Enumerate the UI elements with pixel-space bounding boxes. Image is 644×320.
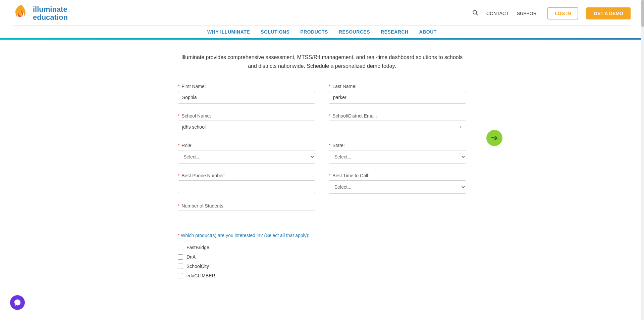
nav-about[interactable]: ABOUT: [419, 29, 437, 35]
phone-group: * Best Phone Number:: [178, 173, 315, 194]
get-demo-button[interactable]: GET A DEMO: [586, 7, 631, 19]
main-nav: WHY ILLUMINATE SOLUTIONS PRODUCTS RESOUR…: [13, 26, 631, 38]
search-icon[interactable]: [472, 10, 478, 17]
product-fastbridge[interactable]: FastBridge: [178, 245, 466, 250]
checkbox-fastbridge[interactable]: [178, 245, 183, 250]
first-name-label: * First Name:: [178, 84, 315, 89]
support-nav-link[interactable]: SUPPORT: [517, 11, 539, 16]
product-schoolcity[interactable]: SchoolCity: [178, 264, 466, 269]
role-label: * Role:: [178, 143, 315, 148]
product-fastbridge-label: FastBridge: [186, 245, 209, 250]
call-time-label: * Best Time to Call:: [329, 173, 466, 178]
school-name-group: * School Name:: [178, 113, 315, 133]
products-group: * Which product(s) are you interested in…: [178, 233, 466, 278]
scrollbar-thumb[interactable]: [641, 0, 644, 27]
last-name-group: * Last Name:: [329, 84, 466, 104]
role-group: * Role: Select...: [178, 143, 315, 164]
chat-bubble[interactable]: [10, 295, 25, 299]
checkbox-dna[interactable]: [178, 254, 183, 260]
product-educliber-label: eduCLIMBER: [186, 273, 215, 278]
students-spacer: [329, 203, 466, 223]
email-group: * School/District Email: ↵: [329, 113, 466, 133]
contact-nav-link[interactable]: CONTACT: [486, 11, 509, 16]
product-schoolcity-label: SchoolCity: [186, 264, 209, 269]
nav-products[interactable]: PRODUCTS: [300, 29, 328, 35]
nav-why-illuminate[interactable]: WHY ILLUMINATE: [207, 29, 250, 35]
checkbox-educliber[interactable]: [178, 273, 183, 278]
school-name-label: * School Name:: [178, 113, 315, 119]
email-input[interactable]: [329, 121, 466, 133]
nav-solutions[interactable]: SOLUTIONS: [261, 29, 289, 35]
products-label: * Which product(s) are you interested in…: [178, 233, 466, 238]
school-name-input[interactable]: [178, 121, 315, 133]
last-name-label: * Last Name:: [329, 84, 466, 89]
products-checkbox-group: FastBridge DnA SchoolCity eduCLIMBER: [178, 245, 466, 278]
nav-resources[interactable]: RESOURCES: [339, 29, 370, 35]
students-label: * Number of Students:: [178, 203, 315, 209]
state-select[interactable]: Select...: [329, 150, 466, 164]
intro-text: Illuminate provides comprehensive assess…: [178, 53, 466, 70]
state-label: * State:: [329, 143, 466, 148]
email-enter-icon: ↵: [460, 125, 463, 129]
product-dna[interactable]: DnA: [178, 254, 466, 260]
role-select[interactable]: Select...: [178, 150, 315, 164]
call-time-select[interactable]: Select...: [329, 180, 466, 194]
scrollbar[interactable]: [641, 0, 644, 299]
first-name-input[interactable]: [178, 91, 315, 104]
login-button[interactable]: LOG IN: [547, 7, 578, 19]
students-group: * Number of Students:: [178, 203, 315, 223]
product-dna-label: DnA: [186, 254, 196, 260]
logo[interactable]: illuminate education: [13, 4, 68, 23]
phone-input[interactable]: [178, 180, 315, 193]
nav-research[interactable]: RESEARCH: [381, 29, 409, 35]
cursor-indicator: ➜: [486, 130, 502, 146]
demo-request-form: * First Name: * Last Name: * School Name…: [178, 84, 466, 278]
first-name-group: * First Name:: [178, 84, 315, 104]
call-time-group: * Best Time to Call: Select...: [329, 173, 466, 194]
state-group: * State: Select...: [329, 143, 466, 164]
students-input[interactable]: [178, 211, 315, 223]
checkbox-schoolcity[interactable]: [178, 264, 183, 269]
email-label: * School/District Email:: [329, 113, 466, 119]
product-educliber[interactable]: eduCLIMBER: [178, 273, 466, 278]
last-name-input[interactable]: [329, 91, 466, 104]
phone-label: * Best Phone Number:: [178, 173, 315, 178]
svg-line-1: [476, 14, 478, 15]
logo-text: illuminate education: [33, 5, 68, 21]
